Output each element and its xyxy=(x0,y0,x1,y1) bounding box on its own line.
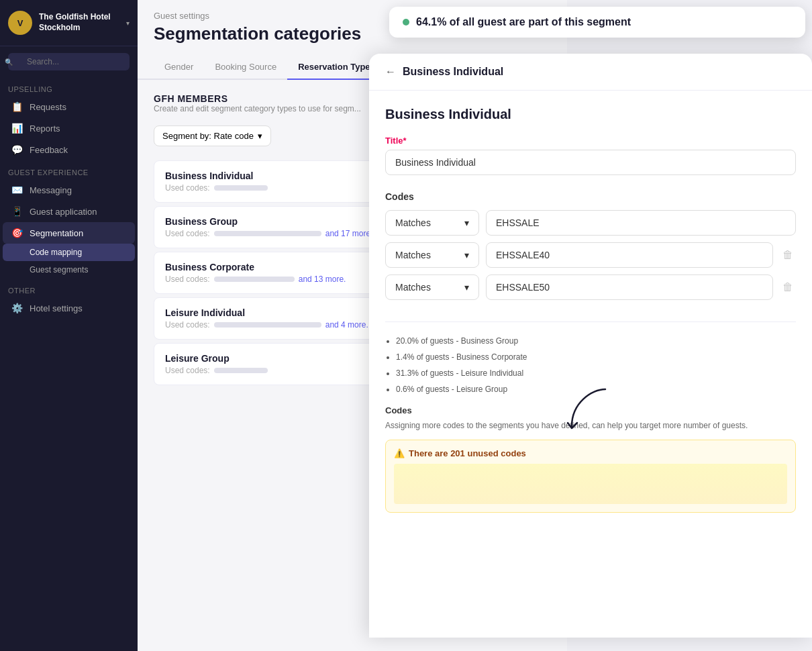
sidebar-item-label: Reports xyxy=(30,123,60,134)
dropdown-chevron-icon: ▾ xyxy=(464,217,469,228)
tab-gender[interactable]: Gender xyxy=(154,55,204,80)
match-label: Matches xyxy=(395,282,431,293)
sidebar-item-label: Guest application xyxy=(30,207,97,217)
tab-reservation-type[interactable]: Reservation Type xyxy=(287,55,380,80)
arrow-decoration xyxy=(558,383,612,436)
code-input[interactable] xyxy=(486,274,773,300)
sidebar-item-guest-application[interactable]: 📱 Guest application xyxy=(3,201,135,222)
search-input[interactable] xyxy=(8,53,130,70)
codes-more-link[interactable]: and 17 more. xyxy=(325,229,373,238)
list-item: 31.3% of guests - Leisure Individual xyxy=(396,365,796,381)
sidebar-item-label: Requests xyxy=(30,102,66,112)
segmentation-icon: 🎯 xyxy=(11,228,23,238)
panel-header: ← Business Individual xyxy=(369,54,812,91)
codes-bar xyxy=(214,231,321,236)
unused-codes-content xyxy=(394,464,787,504)
codes-more-link[interactable]: and 4 more. xyxy=(325,320,368,330)
requests-icon: 📋 xyxy=(11,101,23,112)
avatar: V xyxy=(8,11,32,35)
sidebar-sub-item-guest-segments[interactable]: Guest segments xyxy=(3,261,135,279)
dropdown-chevron-icon: ▾ xyxy=(258,131,262,141)
match-dropdown[interactable]: Matches ▾ xyxy=(385,210,479,236)
codes-bar xyxy=(214,185,268,191)
match-dropdown[interactable]: Matches ▾ xyxy=(385,274,479,300)
code-row: Matches ▾ 🗑 xyxy=(385,242,796,268)
list-item: 20.0% of guests - Business Group xyxy=(396,333,796,349)
chevron-down-icon: ▾ xyxy=(126,19,130,27)
sidebar-item-segmentation[interactable]: 🎯 Segmentation xyxy=(3,222,135,244)
sidebar-item-reports[interactable]: 📊 Reports xyxy=(3,117,135,139)
unused-codes-label: There are 201 unused codes xyxy=(409,448,526,458)
title-form-group: Title* xyxy=(385,136,796,175)
unused-codes-header: ⚠️ There are 201 unused codes xyxy=(394,448,787,458)
match-label: Matches xyxy=(395,217,431,228)
messaging-icon: ✉️ xyxy=(11,185,23,195)
codes-bar xyxy=(214,322,321,328)
sidebar-item-label: Messaging xyxy=(30,185,72,195)
sidebar-item-feedback[interactable]: 💬 Feedback xyxy=(3,139,135,160)
list-item: 1.4% of guests - Business Corporate xyxy=(396,349,796,365)
notification-bar: 64.1% of all guest are part of this segm… xyxy=(389,7,805,38)
code-row: Matches ▾ 🗑 xyxy=(385,274,796,300)
status-dot xyxy=(403,19,409,26)
guest-experience-section-label: Guest experience xyxy=(0,160,138,179)
sidebar-item-label: Segmentation xyxy=(30,228,83,238)
sidebar-item-label: Feedback xyxy=(30,145,68,155)
delete-code-button[interactable]: 🗑 xyxy=(780,279,796,296)
dropdown-chevron-icon: ▾ xyxy=(464,282,469,293)
sidebar: V The Goldfish Hotel Stockholm ▾ Upselli… xyxy=(0,0,138,651)
settings-icon: ⚙️ xyxy=(11,303,23,313)
warning-icon: ⚠️ xyxy=(394,448,405,458)
tab-booking-source[interactable]: Booking Source xyxy=(204,55,287,80)
sidebar-search-wrap xyxy=(0,46,138,77)
codes-bar xyxy=(214,368,268,373)
sidebar-item-messaging[interactable]: ✉️ Messaging xyxy=(3,179,135,201)
panel-title: Business Individual xyxy=(403,66,503,78)
reports-icon: 📊 xyxy=(11,123,23,134)
code-row: Matches ▾ xyxy=(385,210,796,236)
codes-more-link[interactable]: and 13 more. xyxy=(299,274,346,284)
title-input[interactable] xyxy=(385,150,796,175)
segment-by-label: Segment by: Rate code xyxy=(162,131,254,141)
unused-codes-box: ⚠️ There are 201 unused codes xyxy=(385,440,796,513)
back-button[interactable]: ← xyxy=(385,66,396,78)
sidebar-item-hotel-settings[interactable]: ⚙️ Hotel settings xyxy=(3,297,135,319)
panel-body: Business Individual Title* Codes Matches… xyxy=(369,91,812,529)
dropdown-chevron-icon: ▾ xyxy=(464,250,469,260)
guest-app-icon: 📱 xyxy=(11,206,23,217)
codes-section-title: Codes xyxy=(385,191,796,202)
segment-by-dropdown[interactable]: Segment by: Rate code ▾ xyxy=(154,126,271,146)
hotel-selector[interactable]: V The Goldfish Hotel Stockholm ▾ xyxy=(0,0,138,46)
upselling-section-label: Upselling xyxy=(0,77,138,96)
hotel-name: The Goldfish Hotel Stockholm xyxy=(39,12,119,33)
match-dropdown[interactable]: Matches ▾ xyxy=(385,242,479,268)
panel-section-title: Business Individual xyxy=(385,107,796,122)
sidebar-item-label: Hotel settings xyxy=(30,303,83,313)
delete-code-button[interactable]: 🗑 xyxy=(780,246,796,264)
notification-text: 64.1% of all guest are part of this segm… xyxy=(416,16,631,28)
detail-panel: ← Business Individual Business Individua… xyxy=(369,54,812,638)
sidebar-item-requests[interactable]: 📋 Requests xyxy=(3,96,135,117)
match-label: Matches xyxy=(395,250,431,260)
sidebar-sub-item-code-mapping[interactable]: Code mapping xyxy=(3,244,135,261)
code-input[interactable] xyxy=(486,242,773,268)
title-label: Title* xyxy=(385,136,796,146)
other-section-label: Other xyxy=(0,279,138,297)
codes-bar xyxy=(214,277,295,282)
code-input[interactable] xyxy=(486,210,796,236)
feedback-icon: 💬 xyxy=(11,144,23,155)
